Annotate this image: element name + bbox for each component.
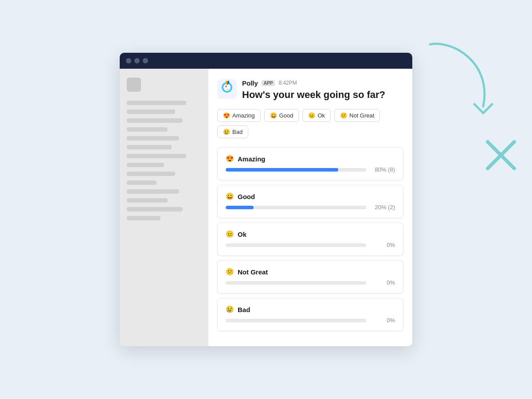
result-label-not-great: 😕 Not Great [226,268,395,276]
sidebar-line [127,207,183,211]
sidebar-line [127,216,160,220]
result-bar-row-bad: 0% [226,317,395,324]
polly-avatar [217,79,237,99]
sender-name: Polly [242,79,258,87]
result-bar-track-not-great [226,281,366,285]
emoji-good: 😀 [270,112,277,119]
label-amazing: Amazing [232,112,255,119]
result-percent-not-great: 0% [371,279,395,286]
sidebar-line [127,180,156,185]
result-bar-row-good: 20% (2) [226,204,395,211]
sidebar-line [127,118,183,123]
sidebar [120,69,208,347]
result-emoji-amazing: 😍 [226,155,234,163]
result-percent-good: 20% (2) [371,204,395,211]
sender-row: Polly APP 8:42PM [242,79,385,87]
sidebar-line [127,110,175,114]
result-card-ok: 😐 Ok 0% [217,223,403,256]
sidebar-line [127,198,168,203]
label-ok: Ok [317,112,325,119]
label-bad: Bad [232,129,243,135]
title-bar-dot-2 [134,58,140,63]
message-question: How's your week going so far? [242,89,385,102]
result-bar-track-ok [226,243,366,247]
app-window: Polly APP 8:42PM How's your week going s… [120,53,412,347]
arrow-decoration [426,35,505,124]
result-label-ok: 😐 Ok [226,230,395,238]
result-emoji-bad: 😢 [226,305,234,313]
results-list: 😍 Amazing 80% (8) 😀 Good [217,147,403,331]
title-bar [120,53,412,69]
result-card-good: 😀 Good 20% (2) [217,185,403,218]
result-bar-fill-amazing [226,168,338,172]
result-emoji-good: 😀 [226,192,234,200]
result-percent-ok: 0% [371,242,395,248]
result-bar-row-not-great: 0% [226,279,395,286]
x-decoration [483,137,519,173]
result-emoji-not-great: 😕 [226,268,234,276]
message-header: Polly APP 8:42PM How's your week going s… [217,79,403,102]
result-card-not-great: 😕 Not Great 0% [217,260,403,293]
app-body: Polly APP 8:42PM How's your week going s… [120,69,412,347]
result-percent-amazing: 80% (8) [371,166,395,173]
message-meta: Polly APP 8:42PM How's your week going s… [242,79,385,102]
sidebar-line [127,189,179,194]
sidebar-line [127,163,164,167]
sidebar-line [127,172,175,176]
sidebar-line [127,145,172,149]
poll-btn-good[interactable]: 😀 Good [264,109,299,122]
result-emoji-ok: 😐 [226,230,234,238]
poll-btn-ok[interactable]: 😐 Ok [302,109,331,122]
result-card-amazing: 😍 Amazing 80% (8) [217,147,403,180]
result-card-bad: 😢 Bad 0% [217,298,403,331]
result-bar-track-amazing [226,168,366,172]
result-bar-track-bad [226,319,366,322]
svg-point-7 [226,86,227,87]
result-bar-row-amazing: 80% (8) [226,166,395,173]
app-badge: APP [262,80,275,86]
label-not-great: Not Great [349,112,374,119]
poll-btn-not-great[interactable]: 😕 Not Great [334,109,380,122]
result-bar-fill-good [226,206,254,209]
sidebar-line [127,101,186,105]
main-content: Polly APP 8:42PM How's your week going s… [208,69,412,347]
result-label-bad: 😢 Bad [226,305,395,313]
result-bar-row-ok: 0% [226,242,395,248]
sidebar-line [127,136,179,141]
sidebar-line [127,154,186,158]
title-bar-dot-1 [126,58,131,63]
emoji-ok: 😐 [308,112,315,119]
emoji-bad: 😢 [223,129,230,135]
emoji-amazing: 😍 [223,112,230,119]
message-time: 8:42PM [278,80,297,86]
label-good: Good [279,112,293,119]
title-bar-dot-3 [143,58,148,63]
emoji-not-great: 😕 [340,112,347,119]
result-label-amazing: 😍 Amazing [226,155,395,163]
sidebar-line [127,127,168,132]
result-label-good: 😀 Good [226,192,395,200]
result-bar-track-good [226,206,366,209]
result-percent-bad: 0% [371,317,395,324]
poll-btn-bad[interactable]: 😢 Bad [217,125,248,138]
poll-options-row: 😍 Amazing 😀 Good 😐 Ok 😕 Not Great 😢 [217,109,403,138]
sidebar-avatar [127,78,141,92]
poll-btn-amazing[interactable]: 😍 Amazing [217,109,261,122]
